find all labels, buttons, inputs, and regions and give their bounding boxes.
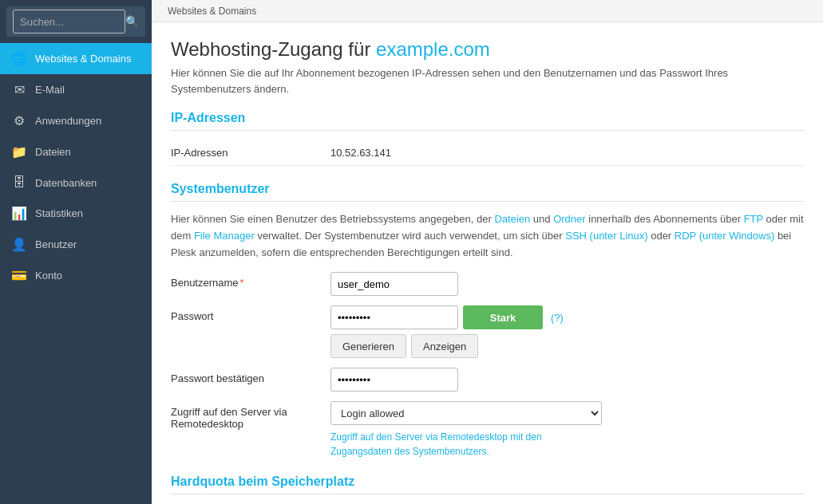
ip-section: IP-Adressen IP-Adressen 10.52.63.141 [171, 111, 804, 166]
password-action-row: Generieren Anzeigen [330, 334, 564, 358]
remote-desktop-select[interactable]: Login allowed Login forbidden [330, 401, 602, 425]
sidebar-item-account-label: Konto [35, 270, 62, 282]
content-area: Webhosting-Zugang für example.com Hier k… [152, 22, 823, 504]
confirm-password-controls [330, 368, 458, 392]
sidebar-item-email-label: E-Mail [35, 84, 65, 96]
page-subtitle: Hier können Sie die auf Ihr Abonnement b… [171, 65, 804, 96]
username-controls [330, 272, 458, 296]
sidebar-item-statistics-label: Statistiken [35, 207, 83, 219]
system-user-desc: Hier können Sie einen Benutzer des Betri… [171, 211, 804, 261]
show-button[interactable]: Anzeigen [411, 334, 478, 358]
page-title: Webhosting-Zugang für example.com [171, 38, 804, 61]
sidebar-item-files[interactable]: 📁 Dateien [0, 136, 152, 167]
search-box[interactable]: 🔍 [6, 6, 145, 37]
gear-icon: ⚙ [11, 113, 27, 128]
password-label: Passwort [171, 305, 330, 322]
breadcrumb-bar: Websites & Domains [152, 0, 823, 22]
password-strength-bar: Stark [463, 305, 543, 329]
sidebar: 🔍 🌐 Websites & Domains ✉ E-Mail ⚙ Anwend… [0, 0, 152, 504]
ip-section-title: IP-Adressen [171, 111, 804, 131]
ip-value: 10.52.63.141 [330, 147, 391, 159]
generate-button[interactable]: Generieren [330, 334, 406, 358]
database-icon: 🗄 [11, 175, 27, 190]
page-title-prefix: Webhosting-Zugang für [171, 38, 376, 60]
chart-icon: 📊 [11, 206, 27, 221]
confirm-password-input[interactable] [330, 368, 458, 392]
username-label: Benutzername* [171, 272, 330, 289]
domain-name: example.com [376, 38, 490, 60]
system-user-section: Systembenutzer Hier können Sie einen Ben… [171, 182, 804, 459]
sidebar-item-email[interactable]: ✉ E-Mail [0, 74, 152, 105]
sidebar-item-applications[interactable]: ⚙ Anwendungen [0, 105, 152, 136]
password-input[interactable] [330, 305, 458, 329]
remote-controls: Login allowed Login forbidden Zugriff au… [330, 401, 602, 459]
breadcrumb: Websites & Domains [168, 6, 256, 17]
search-input[interactable] [13, 10, 125, 33]
sidebar-item-files-label: Dateien [35, 146, 71, 158]
sidebar-item-databases[interactable]: 🗄 Datenbanken [0, 167, 152, 198]
password-help-link[interactable]: (?) [551, 312, 564, 324]
ip-row: IP-Adressen 10.52.63.141 [171, 140, 804, 166]
remote-desktop-row: Zugriff auf den Server via Remotedesktop… [171, 401, 804, 459]
username-input[interactable] [330, 272, 458, 296]
email-icon: ✉ [11, 82, 27, 97]
folder-icon: 📁 [11, 144, 27, 159]
hardquota-title: Hardquota beim Speicherplatz [171, 474, 804, 494]
user-icon: 👤 [11, 237, 27, 252]
password-input-row: Stark (?) [330, 305, 564, 329]
username-row: Benutzername* [171, 272, 804, 296]
sidebar-item-databases-label: Datenbanken [35, 177, 97, 189]
ip-label: IP-Adressen [171, 147, 330, 159]
sidebar-item-websites[interactable]: 🌐 Websites & Domains [0, 43, 152, 74]
system-user-title: Systembenutzer [171, 182, 804, 202]
main-content: Websites & Domains Webhosting-Zugang für… [152, 0, 823, 504]
sidebar-item-account[interactable]: 💳 Konto [0, 260, 152, 291]
sidebar-nav: 🌐 Websites & Domains ✉ E-Mail ⚙ Anwendun… [0, 43, 152, 291]
password-row: Passwort Stark (?) Generieren Anzeigen [171, 305, 804, 358]
sidebar-item-statistics[interactable]: 📊 Statistiken [0, 198, 152, 229]
sidebar-item-users-label: Benutzer [35, 238, 77, 250]
account-icon: 💳 [11, 268, 27, 283]
password-controls: Stark (?) Generieren Anzeigen [330, 305, 564, 358]
hardquota-section: Hardquota beim Speicherplatz Die Hardquo… [171, 474, 804, 504]
globe-icon: 🌐 [11, 51, 27, 66]
sidebar-item-websites-label: Websites & Domains [35, 53, 131, 65]
sidebar-item-users[interactable]: 👤 Benutzer [0, 229, 152, 260]
remote-hint: Zugriff auf den Server via Remotedesktop… [330, 430, 602, 459]
confirm-password-label: Passwort bestätigen [171, 368, 330, 384]
sidebar-item-applications-label: Anwendungen [35, 115, 101, 127]
search-icon: 🔍 [125, 15, 139, 28]
confirm-password-row: Passwort bestätigen [171, 368, 804, 392]
remote-label: Zugriff auf den Server via Remotedesktop [171, 401, 330, 430]
